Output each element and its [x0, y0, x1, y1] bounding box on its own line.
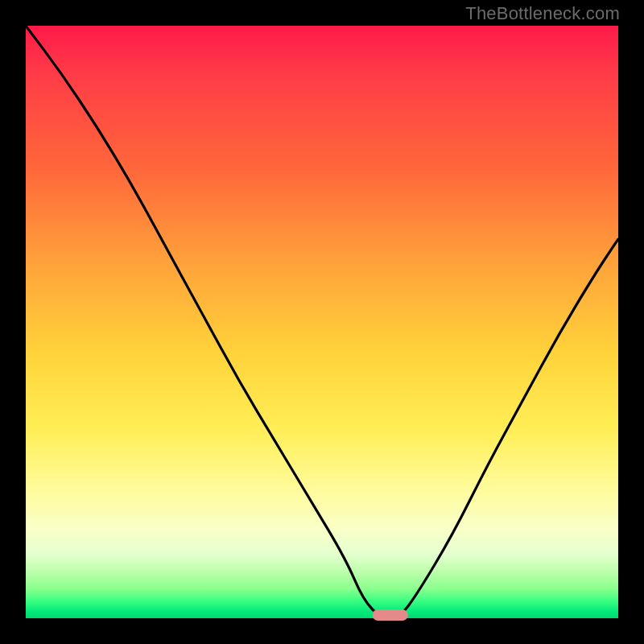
- chart-frame: TheBottleneck.com: [0, 0, 644, 644]
- plot-area: [26, 26, 618, 618]
- attribution-label: TheBottleneck.com: [465, 3, 620, 24]
